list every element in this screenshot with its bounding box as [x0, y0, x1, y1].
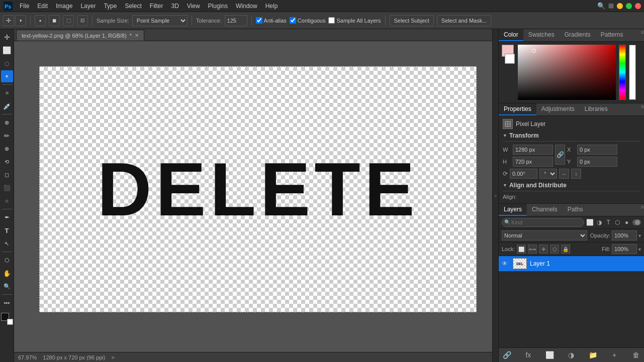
tab-layers[interactable]: Layers: [499, 204, 527, 216]
color-gradient-picker[interactable]: [518, 45, 616, 100]
lock-pixels-btn[interactable]: ⬜: [517, 245, 526, 254]
menu-help[interactable]: Help: [262, 2, 282, 11]
background-color[interactable]: [7, 319, 13, 325]
tab-adjustments[interactable]: Adjustments: [536, 103, 580, 115]
tab-color[interactable]: Color: [499, 29, 523, 41]
tab-gradients[interactable]: Gradients: [560, 29, 596, 41]
tab-properties[interactable]: Properties: [499, 103, 536, 115]
width-input[interactable]: [513, 145, 553, 155]
lock-artboard-btn[interactable]: ⬡: [550, 245, 559, 254]
rotation-unit-select[interactable]: °: [539, 169, 557, 179]
canvas-tab[interactable]: text-yellow-2.png @ 68% (Layer 1, RGB/8)…: [16, 30, 144, 41]
menu-window[interactable]: Window: [232, 2, 261, 11]
tab-libraries[interactable]: Libraries: [580, 103, 613, 115]
status-arrow[interactable]: >: [111, 354, 114, 360]
crop-tool[interactable]: ⌗: [1, 87, 13, 99]
rect-shape-btn[interactable]: ▪: [35, 15, 46, 26]
zoom-tool[interactable]: 🔍: [1, 280, 13, 292]
right-collapse-strip[interactable]: »: [492, 29, 498, 362]
tab-channels[interactable]: Channels: [527, 204, 563, 216]
transform-btn[interactable]: ⬚: [63, 15, 74, 26]
layer-item[interactable]: 👁 DEL Layer 1: [499, 256, 644, 272]
color-panel-menu-icon[interactable]: ≡: [641, 29, 644, 41]
link-layers-btn[interactable]: 🔗: [502, 350, 512, 360]
brush-tool[interactable]: ✏: [1, 130, 13, 142]
tab-patterns[interactable]: Patterns: [596, 29, 628, 41]
y-input[interactable]: [577, 157, 617, 167]
menu-layer[interactable]: Layer: [77, 2, 99, 11]
eraser-tool[interactable]: ◻: [1, 169, 13, 181]
eyedropper-tool[interactable]: 💉: [1, 100, 13, 112]
align-section-header[interactable]: ▼ Align and Distribute: [503, 182, 640, 189]
menu-plugins[interactable]: Plugins: [205, 2, 231, 11]
anti-alias-group[interactable]: Anti-alias: [256, 17, 287, 24]
blend-mode-select[interactable]: Normal: [502, 230, 587, 240]
alpha-bar[interactable]: [629, 45, 636, 100]
menu-select[interactable]: Select: [121, 2, 145, 11]
properties-panel-menu-icon[interactable]: ≡: [641, 103, 644, 115]
refine-btn[interactable]: ⊡: [77, 15, 88, 26]
add-mask-btn[interactable]: ⬜: [545, 350, 555, 360]
x-input[interactable]: [577, 145, 617, 155]
background-swatch[interactable]: [505, 54, 515, 64]
rotation-input[interactable]: [510, 169, 537, 179]
flip-v-btn[interactable]: ↕: [571, 169, 581, 179]
menu-3d[interactable]: 3D: [167, 2, 182, 11]
menu-view[interactable]: View: [183, 2, 204, 11]
opacity-input[interactable]: [612, 230, 637, 240]
transform-section-header[interactable]: ▼ Transform: [503, 132, 640, 139]
lasso-tool[interactable]: ◌: [1, 57, 13, 69]
filter-adjust-btn[interactable]: ◑: [596, 218, 603, 227]
filter-pixel-btn[interactable]: ⬜: [586, 218, 594, 227]
path-select-tool[interactable]: ↖: [1, 237, 13, 250]
shape-tool[interactable]: ⬡: [1, 254, 13, 266]
search-icon[interactable]: 🔍: [597, 2, 605, 10]
hand-tool[interactable]: ✋: [1, 267, 13, 279]
fill-input[interactable]: [612, 244, 637, 254]
contiguous-checkbox[interactable]: [290, 17, 296, 24]
lock-gradient-btn[interactable]: ⟺: [528, 245, 537, 254]
tab-paths[interactable]: Paths: [563, 204, 588, 216]
healing-brush-tool[interactable]: ⊕: [1, 116, 13, 129]
move-tool[interactable]: ✛: [1, 31, 13, 43]
tab-swatches[interactable]: Swatches: [523, 29, 560, 41]
filter-smart-btn[interactable]: ●: [623, 218, 630, 227]
menu-edit[interactable]: Edit: [34, 2, 51, 11]
menu-image[interactable]: Image: [52, 2, 76, 11]
canvas-viewport[interactable]: DELETE: [14, 41, 492, 352]
layers-panel-menu-icon[interactable]: ≡: [641, 204, 644, 216]
new-group-btn[interactable]: 📁: [588, 350, 598, 360]
sample-all-group[interactable]: Sample All Layers: [328, 17, 381, 24]
minimize-btn[interactable]: [617, 3, 623, 9]
menu-type[interactable]: Type: [100, 2, 120, 11]
layer-visibility-icon[interactable]: 👁: [502, 260, 510, 267]
workspace-icon[interactable]: ⊞: [608, 2, 614, 10]
tab-close-btn[interactable]: ✕: [135, 33, 139, 38]
delete-layer-btn[interactable]: 🗑: [631, 350, 641, 360]
add-fx-btn[interactable]: fx: [523, 350, 533, 360]
pen-tool[interactable]: ✒: [1, 211, 13, 223]
marquee-tool[interactable]: ⬜: [1, 44, 13, 56]
layers-filter-input[interactable]: [502, 218, 584, 227]
clone-stamp-tool[interactable]: ⊗: [1, 143, 13, 155]
filter-toggle[interactable]: [632, 219, 641, 225]
height-input[interactable]: [513, 157, 553, 167]
contiguous-group[interactable]: Contiguous: [290, 17, 326, 24]
tool-options-btn[interactable]: ▾: [15, 15, 26, 26]
close-btn[interactable]: [635, 3, 641, 9]
lock-all-btn[interactable]: 🔒: [561, 245, 570, 254]
dodge-tool[interactable]: ○: [1, 195, 13, 207]
select-subject-btn[interactable]: Select Subject: [390, 15, 434, 26]
filter-type-btn[interactable]: T: [605, 218, 612, 227]
type-tool[interactable]: T: [1, 224, 13, 236]
maximize-btn[interactable]: [626, 3, 632, 9]
menu-file[interactable]: File: [16, 2, 33, 11]
tool-select-btn[interactable]: ✛: [3, 15, 14, 26]
color-selector[interactable]: [0, 312, 14, 326]
link-wh-btn[interactable]: 🔗: [555, 145, 565, 165]
anti-alias-checkbox[interactable]: [256, 17, 262, 24]
flip-h-btn[interactable]: ↔: [559, 169, 569, 179]
history-brush-tool[interactable]: ⟲: [1, 156, 13, 168]
hue-bar[interactable]: [619, 45, 626, 100]
lock-move-btn[interactable]: ✛: [539, 245, 548, 254]
